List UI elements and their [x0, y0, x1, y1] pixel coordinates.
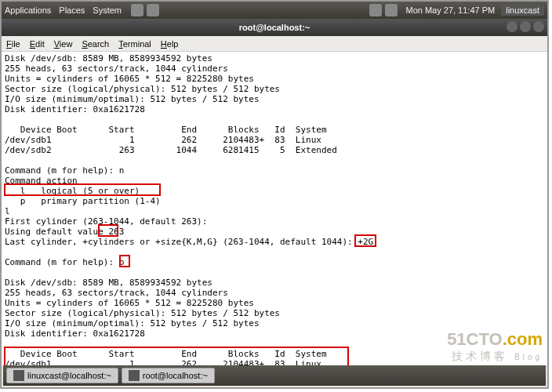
window-title: root@localhost:~: [239, 23, 310, 32]
taskbar-button[interactable]: linuxcast@localhost:~: [6, 368, 118, 383]
network-icon[interactable]: [369, 4, 382, 16]
applications-menu[interactable]: Applications: [5, 5, 51, 15]
close-button[interactable]: [533, 21, 544, 32]
menu-file[interactable]: File: [6, 39, 20, 49]
volume-icon[interactable]: [385, 4, 398, 16]
minimize-button[interactable]: [507, 21, 518, 32]
gnome-bottom-panel: linuxcast@localhost:~ root@localhost:~: [3, 365, 546, 386]
terminal-icon: [13, 370, 24, 381]
terminal-icon: [129, 370, 140, 381]
highlight-box: [4, 183, 161, 196]
highlight-box: [354, 234, 376, 247]
window-titlebar[interactable]: root@localhost:~: [2, 19, 547, 36]
terminal-menubar: File Edit View Search Terminal Help: [2, 36, 547, 52]
menu-help[interactable]: Help: [161, 39, 179, 49]
menu-search[interactable]: Search: [82, 39, 109, 49]
firefox-icon[interactable]: [131, 4, 143, 16]
user-menu[interactable]: linuxcast: [501, 5, 544, 16]
app-launcher-icon[interactable]: [147, 4, 159, 16]
highlight-box: [4, 347, 349, 365]
menu-terminal[interactable]: Terminal: [118, 39, 151, 49]
highlight-box: [119, 255, 130, 267]
taskbar-button[interactable]: root@localhost:~: [122, 368, 215, 383]
clock[interactable]: Mon May 27, 11:47 PM: [405, 5, 495, 15]
gnome-top-panel: Applications Places System Mon May 27, 1…: [2, 2, 547, 19]
highlight-box: [98, 224, 118, 237]
menu-edit[interactable]: Edit: [30, 39, 45, 49]
places-menu[interactable]: Places: [59, 5, 85, 15]
system-menu[interactable]: System: [93, 5, 122, 15]
terminal-output[interactable]: Disk /dev/sdb: 8589 MB, 8589934592 bytes…: [2, 52, 547, 365]
maximize-button[interactable]: [520, 21, 531, 32]
menu-view[interactable]: View: [54, 39, 73, 49]
